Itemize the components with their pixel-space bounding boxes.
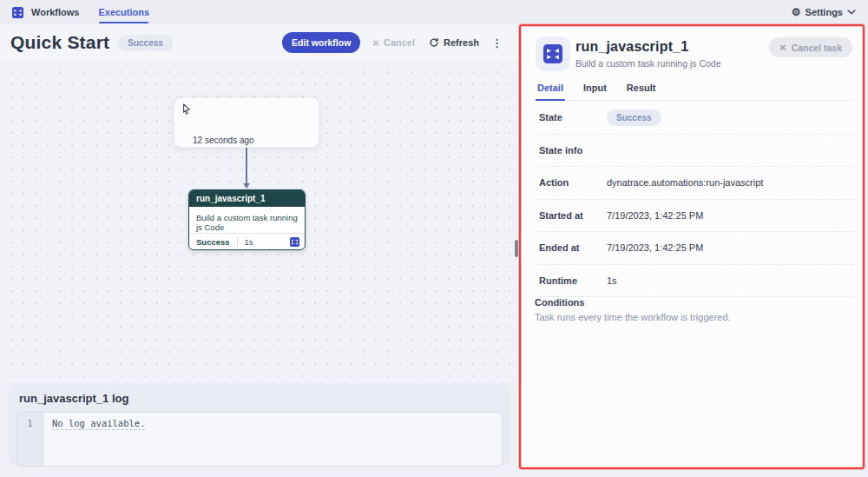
- detail-panel-header: run_javascript_1 Build a custom task run…: [536, 36, 852, 76]
- nav-tab-executions[interactable]: Executions: [98, 7, 149, 17]
- refresh-label: Refresh: [444, 37, 479, 48]
- trigger-node[interactable]: 12 seconds ago: [174, 97, 319, 148]
- task-node-title: run_javascript_1: [189, 190, 305, 207]
- state-badge: Success: [607, 109, 661, 126]
- tab-result[interactable]: Result: [625, 78, 658, 100]
- page-title: Quick Start: [10, 32, 109, 53]
- field-label: Runtime: [539, 275, 607, 286]
- field-value: dynatrace.automations:run-javascript: [607, 177, 763, 188]
- settings-menu[interactable]: ⚙ Settings: [792, 7, 856, 17]
- refresh-icon: [429, 37, 439, 48]
- log-text: No log available.: [52, 418, 145, 430]
- javascript-app-icon: [290, 237, 299, 247]
- execution-status-badge: Success: [118, 35, 173, 51]
- close-icon: ×: [372, 37, 379, 49]
- task-log-panel: run_javascript_1 log 1 No log available.: [9, 383, 510, 466]
- log-panel-title: run_javascript_1 log: [16, 391, 503, 412]
- conditions-label: Conditions: [535, 297, 852, 308]
- field-row-action: Action dynatrace.automations:run-javascr…: [539, 167, 853, 200]
- log-line-number: 1: [17, 413, 43, 466]
- detail-panel-title: run_javascript_1: [575, 39, 721, 55]
- cursor-icon: [181, 103, 192, 116]
- more-options-menu[interactable]: ⋮: [491, 36, 503, 50]
- conditions-section: Conditions Task runs every time the work…: [535, 297, 852, 322]
- field-row-state-info: State info: [539, 135, 853, 168]
- conditions-text: Task runs every time the workflow is tri…: [535, 312, 852, 322]
- field-value: 7/19/2023, 1:42:25 PM: [607, 210, 703, 221]
- field-row-ended-at: Ended at 7/19/2023, 1:42:25 PM: [539, 232, 853, 265]
- field-label: State: [539, 112, 607, 123]
- field-value: 1s: [607, 275, 617, 286]
- field-row-started-at: Started at 7/19/2023, 1:42:25 PM: [539, 200, 853, 233]
- edge-arrowhead-icon: [243, 183, 250, 189]
- task-node-duration: 1s: [238, 237, 260, 247]
- field-value: 7/19/2023, 1:42:25 PM: [607, 242, 703, 253]
- field-row-state: State Success: [539, 102, 853, 135]
- workflows-app-icon: [12, 7, 23, 18]
- task-detail-panel: run_javascript_1 Build a custom task run…: [521, 26, 863, 467]
- field-label: Action: [539, 177, 607, 188]
- detail-panel-subtitle: Build a custom task running js Code: [575, 58, 721, 69]
- javascript-app-icon: [543, 44, 562, 63]
- chevron-down-icon: [847, 10, 856, 15]
- trigger-time-label: 12 seconds ago: [193, 136, 254, 145]
- detail-fields: State Success State info Action dynatrac…: [539, 102, 853, 297]
- field-label: Started at: [539, 210, 607, 221]
- close-icon: ×: [779, 42, 786, 53]
- task-icon-tile: [536, 36, 570, 71]
- gear-icon: ⚙: [792, 7, 801, 17]
- task-node-status: Success: [189, 237, 237, 247]
- field-label: State info: [539, 145, 607, 156]
- task-node-footer: Success 1s: [189, 233, 305, 249]
- workflow-canvas[interactable]: 12 seconds ago run_javascript_1 Build a …: [0, 61, 518, 383]
- cancel-label: Cancel: [384, 37, 415, 48]
- execution-header: Quick Start Success Edit workflow × Canc…: [0, 24, 518, 61]
- task-node-run-javascript-1[interactable]: run_javascript_1 Build a custom task run…: [188, 189, 306, 250]
- cancel-execution-button[interactable]: × Cancel: [372, 37, 415, 49]
- workflow-execution-app: Workflows Executions ⚙ Settings Quick St…: [0, 0, 868, 477]
- detail-panel-tabs: Detail Input Result: [536, 78, 852, 101]
- tab-input[interactable]: Input: [582, 78, 608, 100]
- refresh-button[interactable]: Refresh: [429, 37, 479, 48]
- task-node-description: Build a custom task running js Code: [189, 207, 305, 233]
- log-editor[interactable]: 1 No log available.: [16, 412, 503, 467]
- field-label: Ended at: [539, 242, 607, 253]
- top-nav: Workflows Executions ⚙ Settings: [0, 0, 868, 24]
- vertical-scrollbar[interactable]: [515, 240, 518, 257]
- edge-connector: [246, 148, 247, 184]
- edit-workflow-button[interactable]: Edit workflow: [282, 32, 360, 53]
- cancel-task-button[interactable]: × Cancel task: [769, 37, 852, 57]
- cancel-task-label: Cancel task: [792, 43, 842, 53]
- field-row-runtime: Runtime 1s: [539, 265, 853, 298]
- nav-tab-workflows[interactable]: Workflows: [31, 7, 79, 17]
- settings-label: Settings: [806, 7, 843, 17]
- log-content: No log available.: [43, 413, 502, 466]
- tab-detail[interactable]: Detail: [536, 78, 565, 100]
